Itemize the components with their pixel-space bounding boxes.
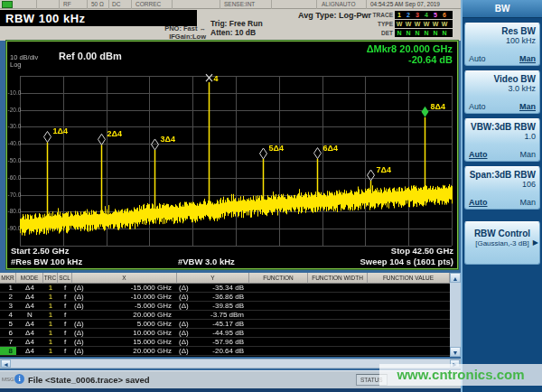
scroll-left-icon[interactable]: ◄ bbox=[1, 359, 11, 368]
menu-title: BW bbox=[463, 0, 542, 18]
marker-table: MKR MODE TRC SCL X Y FUNCTION FUNCTION W… bbox=[0, 273, 461, 357]
sweep-annotations: Start 2.50 GHz Stop 42.50 GHz #Res BW 10… bbox=[8, 246, 456, 267]
marker-table-scrollbar[interactable]: ▲ ▼ bbox=[450, 273, 461, 357]
trace-detector: N bbox=[404, 29, 413, 37]
softkey-title: VBW:3dB RBW bbox=[469, 122, 536, 132]
softkey-title: Res BW bbox=[469, 26, 536, 36]
watermark: www.cntronics.com bbox=[379, 364, 542, 386]
trace-number: 2 bbox=[404, 11, 413, 19]
trace-type: W bbox=[395, 20, 404, 28]
softkey-button[interactable]: Span:3dB RBW 106 Auto Man ▶ bbox=[464, 166, 540, 210]
trace-legend: TRACE123456 TYPEWWWWWW DETNNNNNN bbox=[370, 10, 453, 37]
marker-table-row[interactable]: 5Δ41f(Δ)5.000 GHz(Δ)-45.17 dB bbox=[0, 320, 461, 329]
marker-table-row[interactable]: 1Δ41f(Δ)-15.000 GHz(Δ)-35.34 dB bbox=[0, 284, 461, 293]
trace-number: 4 bbox=[422, 11, 431, 19]
softkey-title: Span:3dB RBW bbox=[469, 170, 536, 180]
softkey-title: Video BW bbox=[469, 74, 536, 84]
delta-marker-readout: ΔMkr8 20.000 GHz -20.64 dB bbox=[367, 43, 453, 65]
softkey-title: RBW Control bbox=[469, 225, 536, 238]
res-bw-label: #Res BW 100 kHz bbox=[11, 257, 82, 266]
softkey-auto-option[interactable]: Auto bbox=[469, 198, 488, 207]
coupling-status: DC bbox=[112, 1, 120, 7]
softkey-value: 1.0 bbox=[469, 132, 536, 142]
correction-status: CORREC bbox=[136, 1, 161, 7]
trace-type: W bbox=[431, 20, 440, 28]
trace-legend-dets: NNNNNN bbox=[395, 29, 453, 37]
analyzer-screen: RF 50 Ω DC CORREC SENSE:INT ALIGNAUTO 04… bbox=[0, 0, 542, 392]
softkey-auto-option[interactable]: Auto bbox=[469, 54, 486, 63]
trigger-info: Trig: Free Run Atten: 10 dB bbox=[210, 19, 263, 37]
measurement-bar: RBW 100 kHz PNO: Fast ↔ IFGain:Low Trig:… bbox=[0, 9, 461, 41]
softkey-auto-option[interactable]: Auto bbox=[469, 102, 486, 111]
softkey-auto-option[interactable]: Auto bbox=[469, 150, 488, 159]
sweep-label: Sweep 104 s (1601 pts) bbox=[360, 257, 454, 266]
marker-table-row[interactable]: 6Δ41f(Δ)10.000 GHz(Δ)-44.95 dB bbox=[0, 329, 461, 338]
rf-status: RF bbox=[63, 1, 71, 7]
trace-type: W bbox=[422, 20, 431, 28]
pno-info: PNO: Fast ↔ IFGain:Low bbox=[116, 25, 206, 41]
bottom-frame bbox=[0, 388, 461, 392]
trace-type: W bbox=[404, 20, 413, 28]
spectrum-display: 10 dB/div Log Ref 0.00 dBm ΔMkr8 20.000 … bbox=[6, 41, 458, 269]
align-status: ALIGNAUTO bbox=[322, 1, 355, 7]
trace-detector: N bbox=[395, 29, 404, 37]
trace-number: 6 bbox=[440, 11, 449, 19]
softkey-buttons: Res BW 100 kHz Auto Man ▶ Video BW 3.0 k… bbox=[463, 23, 542, 265]
scroll-down-icon[interactable]: ▼ bbox=[450, 347, 461, 357]
marker-table-header: MKR MODE TRC SCL X Y FUNCTION FUNCTION W… bbox=[0, 273, 461, 284]
datetime: 04:54:25 AM Sep 07, 2019 bbox=[370, 1, 440, 7]
softkey-value: [Gaussian,-3 dB] bbox=[469, 238, 536, 248]
softkey-value: 106 bbox=[469, 180, 536, 190]
trace-detector: N bbox=[440, 29, 449, 37]
log-label: Log bbox=[10, 61, 22, 69]
start-freq-label: Start 2.50 GHz bbox=[11, 246, 69, 256]
softkey-button[interactable]: VBW:3dB RBW 1.0 Auto Man ▶ bbox=[464, 118, 540, 162]
status-strip: RF 50 Ω DC CORREC SENSE:INT ALIGNAUTO 04… bbox=[0, 0, 461, 9]
avg-type-label: Avg Type: Log-Pwr bbox=[298, 11, 371, 20]
marker-table-row[interactable]: 4N1f20.000 GHz-3.75 dBm bbox=[0, 311, 461, 320]
submenu-arrow-icon: ▶ bbox=[533, 238, 538, 247]
trace-detector: N bbox=[422, 29, 431, 37]
msg-label: MSG bbox=[2, 377, 14, 382]
marker-table-row[interactable]: 2Δ41f(Δ)-10.000 GHz(Δ)-36.86 dB bbox=[0, 293, 461, 302]
trace-detector: N bbox=[413, 29, 422, 37]
softkey-button[interactable]: Video BW 3.0 kHz Auto Man ▶ bbox=[464, 70, 540, 114]
stop-freq-label: Stop 42.50 GHz bbox=[391, 246, 453, 256]
scroll-up-icon[interactable]: ▲ bbox=[450, 273, 461, 283]
info-icon: i bbox=[14, 374, 24, 384]
trace-type: W bbox=[440, 20, 449, 28]
marker-table-rows: 1Δ41f(Δ)-15.000 GHz(Δ)-35.34 dB2Δ41f(Δ)-… bbox=[0, 284, 461, 356]
softkey-man-option[interactable]: Man bbox=[519, 54, 536, 63]
softkey-value: 3.0 kHz bbox=[469, 84, 536, 94]
softkey-man-option[interactable]: Man bbox=[519, 150, 536, 159]
trace-type: W bbox=[413, 20, 422, 28]
trace-legend-types: WWWWWW bbox=[395, 20, 453, 28]
sense-status: SENSE:INT bbox=[224, 1, 255, 7]
trace-number: 1 bbox=[395, 11, 404, 19]
spectrum-canvas bbox=[7, 42, 457, 268]
trace-detector: N bbox=[431, 29, 440, 37]
marker-table-row[interactable]: 3Δ41f(Δ)-5.000 GHz(Δ)-39.85 dB bbox=[0, 302, 461, 311]
softkey-man-option[interactable]: Man bbox=[519, 198, 536, 207]
lan-status-indicator bbox=[2, 1, 13, 8]
marker-table-row[interactable]: 7Δ41f(Δ)15.000 GHz(Δ)-57.96 dB bbox=[0, 338, 461, 347]
marker-table-row[interactable]: 8Δ41f(Δ)20.000 GHz(Δ)-20.64 dB bbox=[0, 347, 461, 356]
softkey-button[interactable]: RBW Control [Gaussian,-3 dB] ▶ bbox=[464, 221, 540, 265]
ref-level-label: Ref 0.00 dBm bbox=[59, 51, 122, 61]
status-message: File <State_0006.trace> saved bbox=[28, 375, 150, 385]
trace-number: 5 bbox=[431, 11, 440, 19]
trace-number: 3 bbox=[413, 11, 422, 19]
softkey-panel: BW Res BW 100 kHz Auto Man ▶ Video BW 3.… bbox=[461, 0, 542, 392]
vbw-label: #VBW 3.0 kHz bbox=[178, 257, 235, 266]
softkey-man-option[interactable]: Man bbox=[519, 102, 536, 111]
softkey-button[interactable]: Res BW 100 kHz Auto Man ▶ bbox=[464, 23, 540, 66]
softkey-value: 100 kHz bbox=[469, 36, 536, 46]
impedance-status: 50 Ω bbox=[91, 1, 104, 7]
trace-legend-digits: 123456 bbox=[395, 11, 453, 19]
